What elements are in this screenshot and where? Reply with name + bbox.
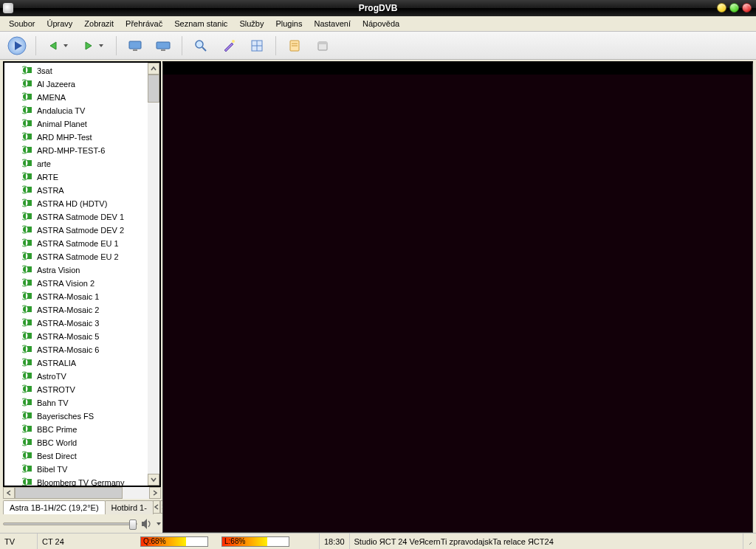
minimize-button[interactable] <box>717 3 726 13</box>
signal-q-meter: Q:68% <box>140 536 208 547</box>
tv-icon <box>22 398 32 408</box>
scroll-up-button[interactable] <box>148 63 159 75</box>
channel-row[interactable]: ASTRA-Mosaic 1 <box>4 290 148 303</box>
channel-row[interactable]: ARD MHP-Test <box>4 131 148 144</box>
channel-row[interactable]: Bayerisches FS <box>4 410 148 423</box>
channel-name: ASTRA HD (HDTV) <box>37 199 107 208</box>
menu-help[interactable]: Nápověda <box>357 17 405 30</box>
svg-line-49 <box>749 539 752 545</box>
channel-row[interactable]: Bahn TV <box>4 396 148 410</box>
display1-button[interactable] <box>123 35 148 56</box>
channel-row[interactable]: AMENA <box>4 91 148 104</box>
channel-row[interactable]: Animal Planet <box>4 117 148 131</box>
channel-row[interactable]: ASTRA HD (HDTV) <box>4 197 148 210</box>
channel-row[interactable]: BBC World <box>4 436 148 449</box>
channel-panel: 3satAl JazeeraAMENAAndalucia TVAnimal Pl… <box>3 61 161 533</box>
tab-hotbird[interactable]: Hotbird 1- <box>105 500 154 514</box>
hscroll-thumb[interactable] <box>15 487 123 499</box>
tab-astra[interactable]: Astra 1B-1H/2C (19,2°E) <box>3 500 106 514</box>
arrow-right-icon <box>81 39 97 52</box>
toolbar <box>0 32 756 60</box>
monitor-wide-icon <box>155 39 171 52</box>
tab-scroll-left[interactable] <box>153 500 160 514</box>
scroll-right-button[interactable] <box>149 487 161 499</box>
channel-row[interactable]: 3sat <box>4 64 148 77</box>
channel-row[interactable]: Bibel TV <box>4 463 148 476</box>
channel-list[interactable]: 3satAl JazeeraAMENAAndalucia TVAnimal Pl… <box>3 61 161 487</box>
scroll-left-button[interactable] <box>3 487 15 499</box>
scroll-down-button[interactable] <box>148 474 159 486</box>
channel-row[interactable]: ASTRA Satmode DEV 2 <box>4 224 148 237</box>
back-button[interactable] <box>42 35 75 56</box>
notes-button[interactable] <box>282 35 307 56</box>
tv-icon <box>22 265 32 275</box>
channel-name: Bloomberg TV Germany <box>37 478 124 486</box>
channel-row[interactable]: ARD-MHP-TEST-6 <box>4 144 148 157</box>
box-button[interactable] <box>310 35 335 56</box>
play-button[interactable] <box>4 35 30 56</box>
search-button[interactable] <box>188 35 213 56</box>
speaker-icon[interactable] <box>140 517 154 531</box>
channel-row[interactable]: ASTRA-Mosaic 5 <box>4 330 148 343</box>
close-button[interactable] <box>742 3 752 13</box>
channel-row[interactable]: ASTRA-Mosaic 2 <box>4 303 148 317</box>
channel-name: ASTRA-Mosaic 5 <box>37 332 99 341</box>
channel-name: ASTRA-Mosaic 1 <box>37 292 99 301</box>
menu-view[interactable]: Zobrazit <box>78 17 120 30</box>
channel-row[interactable]: ASTRA Satmode EU 2 <box>4 250 148 263</box>
channel-name: Bahn TV <box>37 398 69 407</box>
channel-row[interactable]: ASTRA Satmode EU 1 <box>4 237 148 250</box>
horizontal-scrollbar[interactable] <box>3 487 161 499</box>
channel-name: ASTRA Satmode DEV 1 <box>37 213 124 221</box>
channel-row[interactable]: Astra Vision <box>4 263 148 277</box>
channel-row[interactable]: Andalucia TV <box>4 104 148 117</box>
channel-row[interactable]: Bloomberg TV Germany <box>4 476 148 486</box>
menu-player[interactable]: Přehrávač <box>120 17 168 30</box>
menu-settings[interactable]: Nastavení <box>308 17 357 30</box>
search-icon <box>193 38 208 53</box>
menu-plugins[interactable]: Plugins <box>269 17 308 30</box>
signal-quality: Q:68% <box>140 534 208 549</box>
volume-menu-icon[interactable] <box>157 522 161 525</box>
channel-row[interactable]: ARTE <box>4 170 148 184</box>
channel-row[interactable]: ASTRA <box>4 184 148 197</box>
volume-slider[interactable] <box>3 522 137 525</box>
channel-row[interactable]: ASTRALIA <box>4 356 148 370</box>
volume-thumb[interactable] <box>129 519 137 530</box>
monitor-icon <box>127 39 143 52</box>
box-icon <box>315 38 330 53</box>
channel-name: ASTRA <box>37 186 64 195</box>
tv-icon <box>22 159 32 169</box>
channel-row[interactable]: ASTRA-Mosaic 3 <box>4 317 148 330</box>
menu-stations[interactable]: Seznam stanic <box>168 17 233 30</box>
scroll-thumb[interactable] <box>148 75 159 103</box>
channel-name: Andalucia TV <box>37 106 85 115</box>
channel-row[interactable]: Al Jazeera <box>4 77 148 91</box>
menu-file[interactable]: Soubor <box>3 17 41 30</box>
video-area[interactable] <box>162 61 753 533</box>
wizard-icon <box>221 38 236 53</box>
channel-row[interactable]: AstroTV <box>4 370 148 383</box>
tv-icon <box>22 464 32 474</box>
channel-row[interactable]: arte <box>4 157 148 170</box>
maximize-button[interactable] <box>729 3 739 13</box>
forward-button[interactable] <box>78 35 110 56</box>
tv-icon <box>22 278 32 289</box>
channel-row[interactable]: ASTRA Satmode DEV 1 <box>4 210 148 224</box>
channel-row[interactable]: Best Direct <box>4 449 148 463</box>
grid-button[interactable] <box>244 35 269 56</box>
channel-name: ASTRA-Mosaic 2 <box>37 305 99 314</box>
channel-row[interactable]: ASTRA-Mosaic 6 <box>4 343 148 356</box>
status-type: TV <box>0 534 37 549</box>
channel-name: ARD MHP-Test <box>37 133 92 142</box>
channel-row[interactable]: BBC Prime <box>4 423 148 436</box>
menu-edit[interactable]: Úpravy <box>41 17 78 30</box>
channel-row[interactable]: ASTRA Vision 2 <box>4 277 148 290</box>
channel-row[interactable]: ASTROTV <box>4 383 148 396</box>
wizard-button[interactable] <box>216 35 241 56</box>
resize-grip[interactable] <box>743 534 756 549</box>
vertical-scrollbar[interactable] <box>148 63 159 486</box>
display2-button[interactable] <box>151 35 176 56</box>
status-clock: 18:30 <box>319 534 349 549</box>
menu-services[interactable]: Služby <box>233 17 269 30</box>
